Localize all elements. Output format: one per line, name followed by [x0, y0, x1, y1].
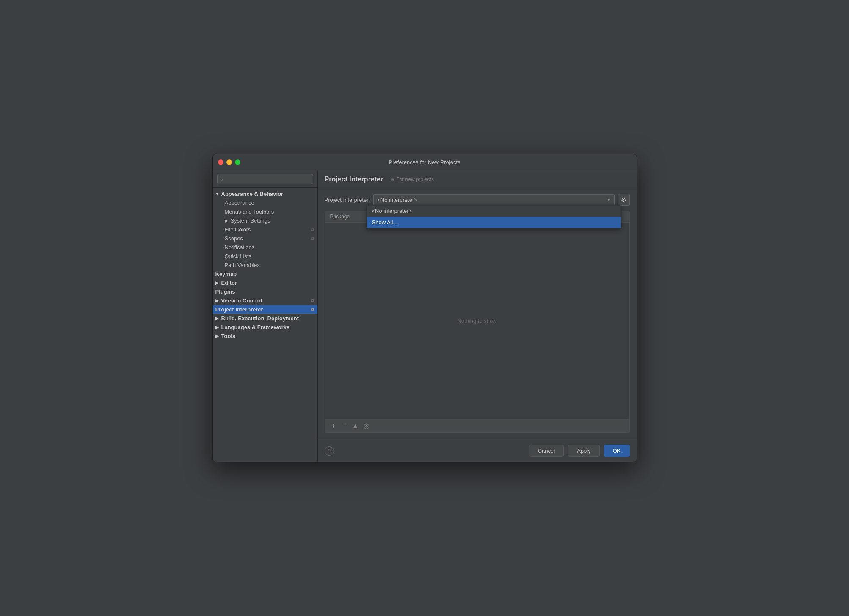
- up-icon: ▲: [352, 423, 359, 429]
- apply-button[interactable]: Apply: [568, 445, 600, 457]
- right-panel: Project Interpreter 🖥 For new projects P…: [318, 170, 637, 462]
- dropdown-item-no-interpreter[interactable]: <No interpreter>: [367, 205, 621, 217]
- question-mark-icon: ?: [328, 448, 331, 454]
- show-paths-button[interactable]: ◎: [361, 421, 372, 431]
- panel-header: Project Interpreter 🖥 For new projects: [318, 170, 637, 187]
- sidebar-item-label: Notifications: [225, 244, 255, 250]
- sidebar-item-label: Menus and Toolbars: [225, 209, 274, 215]
- panel-title: Project Interpreter: [325, 176, 383, 183]
- table-toolbar: + − ▲ ◎: [325, 419, 629, 432]
- panel-subtitle-text: For new projects: [396, 176, 434, 182]
- gear-button[interactable]: ⚙: [618, 194, 630, 206]
- sidebar-item-plugins[interactable]: Plugins: [213, 287, 317, 296]
- minimize-button[interactable]: [226, 160, 232, 165]
- interpreter-dropdown[interactable]: <No interpreter>: [373, 194, 614, 206]
- sidebar-item-path-variables[interactable]: Path Variables: [213, 261, 317, 270]
- sidebar-item-label: Build, Execution, Deployment: [221, 315, 299, 322]
- gear-icon: ⚙: [621, 196, 626, 203]
- package-column-header: Package: [330, 214, 350, 220]
- remove-package-button[interactable]: −: [339, 421, 350, 431]
- search-input[interactable]: [217, 174, 313, 184]
- chevron-icon: ▶: [215, 325, 220, 330]
- chevron-icon: ▼: [215, 192, 220, 196]
- maximize-button[interactable]: [235, 160, 240, 165]
- sidebar-item-quick-lists[interactable]: Quick Lists: [213, 252, 317, 261]
- sidebar-item-label: System Settings: [231, 217, 270, 224]
- sidebar-item-label: Path Variables: [225, 262, 260, 268]
- interpreter-label: Project Interpreter:: [325, 197, 370, 203]
- copy-icon: ⧉: [311, 236, 314, 241]
- sidebar-item-appearance[interactable]: Appearance: [213, 198, 317, 207]
- close-button[interactable]: [218, 160, 223, 165]
- sidebar-item-label: Project Interpreter: [215, 306, 263, 313]
- sidebar-item-label: Appearance: [225, 200, 254, 206]
- copy-icon: ⧉: [311, 298, 314, 303]
- copy-icon: ⧉: [311, 227, 314, 232]
- dropdown-item-label: Show All...: [372, 219, 398, 226]
- chevron-icon: ▶: [215, 334, 220, 338]
- panel-subtitle: 🖥 For new projects: [390, 176, 434, 182]
- dropdown-item-show-all[interactable]: Show All...: [367, 217, 621, 228]
- interpreter-dropdown-popup: <No interpreter> Show All...: [367, 205, 621, 228]
- chevron-icon: ▶: [215, 316, 220, 321]
- sidebar-item-label: Quick Lists: [225, 253, 252, 259]
- window-title: Preferences for New Projects: [389, 159, 460, 165]
- add-package-button[interactable]: +: [328, 421, 339, 431]
- sidebar-item-menus-toolbars[interactable]: Menus and Toolbars: [213, 207, 317, 216]
- help-button[interactable]: ?: [325, 446, 334, 456]
- packages-table: Package Nothing to show + − ▲: [325, 211, 630, 433]
- sidebar-item-version-control[interactable]: ▶ Version Control ⧉: [213, 296, 317, 305]
- sidebar-item-build-execution[interactable]: ▶ Build, Execution, Deployment: [213, 314, 317, 323]
- search-icon: ⌕: [220, 176, 223, 182]
- panel-body: Project Interpreter: <No interpreter> ▼ …: [318, 187, 637, 440]
- sidebar-item-label: File Colors: [225, 226, 251, 233]
- sidebar: ⌕ ▼ Appearance & Behavior Appearance Men…: [213, 170, 318, 462]
- sidebar-item-project-interpreter[interactable]: Project Interpreter ⧉: [213, 305, 317, 314]
- sidebar-item-notifications[interactable]: Notifications: [213, 243, 317, 252]
- table-body: Nothing to show: [325, 223, 629, 419]
- sidebar-item-system-settings[interactable]: ▶ System Settings: [213, 216, 317, 225]
- cancel-button[interactable]: Cancel: [529, 445, 564, 457]
- sidebar-item-label: Keymap: [215, 271, 237, 277]
- search-wrapper: ⌕: [217, 174, 313, 184]
- sidebar-item-languages-frameworks[interactable]: ▶ Languages & Frameworks: [213, 323, 317, 332]
- search-bar: ⌕: [213, 170, 317, 188]
- sidebar-item-appearance-behavior[interactable]: ▼ Appearance & Behavior: [213, 190, 317, 198]
- bottom-right: Cancel Apply OK: [529, 445, 630, 457]
- chevron-icon: ▶: [215, 280, 220, 285]
- sidebar-item-label: Editor: [221, 280, 237, 286]
- preferences-window: Preferences for New Projects ⌕ ▼ Appeara…: [212, 154, 637, 462]
- traffic-lights: [218, 160, 240, 165]
- dropdown-wrapper: <No interpreter> ▼: [373, 194, 614, 206]
- ok-button[interactable]: OK: [604, 445, 630, 457]
- title-bar: Preferences for New Projects: [213, 154, 637, 170]
- bottom-bar: ? Cancel Apply OK: [318, 440, 637, 462]
- copy-icon: ⧉: [311, 307, 314, 312]
- chevron-icon: ▶: [225, 218, 229, 223]
- sidebar-item-label: Version Control: [221, 297, 262, 304]
- bottom-left: ?: [325, 446, 334, 456]
- upgrade-package-button[interactable]: ▲: [350, 421, 361, 431]
- sidebar-item-scopes[interactable]: Scopes ⧉: [213, 234, 317, 243]
- interpreter-row: Project Interpreter: <No interpreter> ▼ …: [325, 194, 630, 206]
- sidebar-item-label: Tools: [221, 333, 236, 339]
- sidebar-item-editor[interactable]: ▶ Editor: [213, 278, 317, 287]
- sidebar-item-label: Scopes: [225, 235, 243, 242]
- plus-icon: +: [331, 423, 335, 429]
- sidebar-tree: ▼ Appearance & Behavior Appearance Menus…: [213, 188, 317, 462]
- sidebar-item-tools[interactable]: ▶ Tools: [213, 332, 317, 341]
- minus-icon: −: [342, 423, 346, 429]
- sidebar-item-file-colors[interactable]: File Colors ⧉: [213, 225, 317, 234]
- sidebar-item-label: Languages & Frameworks: [221, 324, 290, 330]
- eye-icon: ◎: [364, 423, 369, 429]
- nothing-to-show-label: Nothing to show: [457, 318, 496, 324]
- dropdown-item-label: <No interpreter>: [372, 208, 412, 214]
- chevron-icon: ▶: [215, 298, 220, 303]
- sidebar-item-label: Plugins: [215, 289, 235, 295]
- sidebar-item-label: Appearance & Behavior: [221, 191, 284, 197]
- sidebar-item-keymap[interactable]: Keymap: [213, 270, 317, 278]
- main-content: ⌕ ▼ Appearance & Behavior Appearance Men…: [213, 170, 637, 462]
